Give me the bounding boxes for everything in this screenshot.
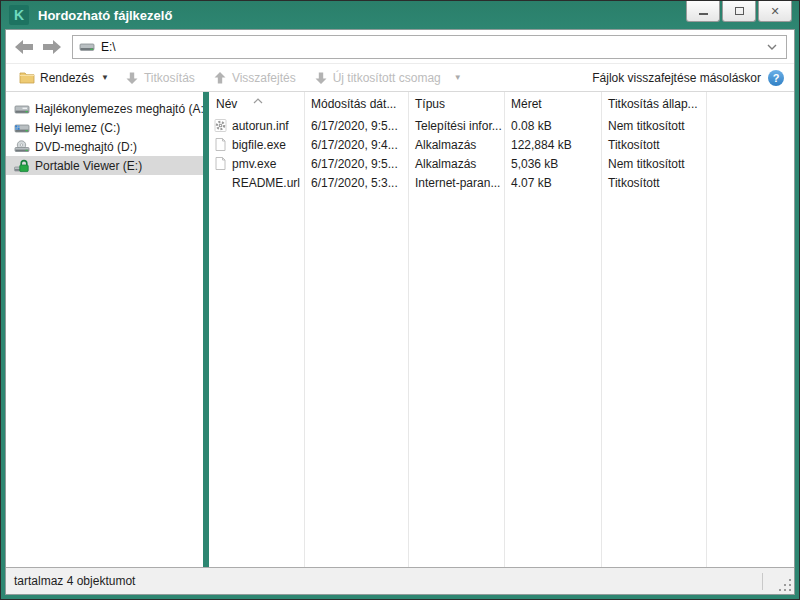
column-separator[interactable]	[706, 92, 707, 567]
folder-icon	[19, 71, 35, 85]
file-name: autorun.inf	[232, 119, 289, 133]
close-button[interactable]: ✕	[758, 1, 792, 22]
column-header-row: Név Módosítás dát... Típus Méret Titkosí…	[209, 92, 794, 116]
dvd-drive-icon	[14, 139, 30, 155]
window-content: E:\ Rendezés ▼ Titkosítás Visszafejtés	[5, 29, 795, 595]
column-header-encryption-status[interactable]: Titkosítás állap...	[601, 92, 706, 116]
address-dropdown-chevron-down-icon[interactable]	[766, 43, 778, 51]
organize-chevron-down-icon: ▼	[101, 73, 109, 82]
maximize-icon	[735, 7, 744, 15]
encrypt-label: Titkosítás	[144, 71, 195, 85]
file-modified: 6/17/2020, 9:5...	[304, 154, 408, 173]
encrypt-button[interactable]: Titkosítás	[120, 68, 200, 88]
navigation-bar: E:\	[6, 30, 794, 63]
sidebar-item-floppy-a[interactable]: Hajlékonylemezes meghajtó (A:)	[6, 99, 203, 118]
sidebar-item-label: Helyi lemez (C:)	[35, 121, 120, 135]
file-type: Telepítési infor...	[408, 116, 504, 135]
exe-file-icon	[212, 156, 228, 172]
file-name: README.url	[232, 176, 300, 190]
file-size: 5,036 kB	[504, 154, 601, 173]
sidebar-item-label: Portable Viewer (E:)	[35, 159, 142, 173]
sidebar-item-label: Hajlékonylemezes meghajtó (A:)	[35, 102, 203, 116]
column-separator[interactable]	[601, 92, 602, 567]
statusbar-divider	[762, 573, 763, 590]
sort-ascending-icon	[253, 93, 263, 107]
column-header-type[interactable]: Típus	[408, 92, 504, 116]
file-encryption-status: Nem titkosított	[601, 154, 706, 173]
file-modified: 6/17/2020, 9:5...	[304, 116, 408, 135]
column-header-modified[interactable]: Módosítás dát...	[304, 92, 408, 116]
back-button[interactable]	[13, 38, 35, 56]
decrypt-button[interactable]: Visszafejtés	[208, 68, 301, 88]
kaspersky-logo-icon: K	[9, 5, 29, 25]
file-encryption-status: Nem titkosított	[601, 116, 706, 135]
address-bar[interactable]: E:\	[72, 35, 787, 59]
status-text: tartalmaz 4 objektumot	[14, 574, 135, 588]
file-name: bigfile.exe	[232, 138, 286, 152]
local-disk-icon	[14, 120, 30, 136]
file-list-panel: Név Módosítás dát... Típus Méret Titkosí…	[209, 92, 794, 567]
column-header-name[interactable]: Név	[209, 92, 304, 116]
drive-icon	[79, 40, 95, 54]
file-modified: 6/17/2020, 5:3...	[304, 173, 408, 192]
inf-file-icon	[212, 118, 228, 134]
status-bar: tartalmaz 4 objektumot	[6, 567, 794, 594]
column-separator[interactable]	[504, 92, 505, 567]
organize-label: Rendezés	[40, 71, 94, 85]
file-encryption-status: Titkosított	[601, 173, 706, 192]
column-separator[interactable]	[304, 92, 305, 567]
back-arrow-icon	[14, 39, 34, 55]
maximize-button[interactable]	[722, 1, 756, 22]
exe-file-icon	[212, 137, 228, 153]
decrypt-on-copy-label: Fájlok visszafejtése másoláskor	[592, 71, 761, 85]
file-encryption-status: Titkosított	[601, 135, 706, 154]
organize-button[interactable]: Rendezés ▼	[14, 68, 114, 88]
file-size: 0.08 kB	[504, 116, 601, 135]
close-icon: ✕	[770, 6, 779, 17]
main-area: Hajlékonylemezes meghajtó (A:) Helyi lem…	[6, 92, 794, 567]
encrypted-drive-icon	[14, 158, 30, 174]
sidebar-item-dvd-d[interactable]: DVD-meghajtó (D:)	[6, 137, 203, 156]
decrypt-on-copy-button[interactable]: Fájlok visszafejtése másoláskor ?	[592, 70, 786, 86]
new-encrypted-package-button[interactable]: Új titkosított csomag ▼	[309, 68, 467, 88]
file-type: Alkalmazás	[408, 135, 504, 154]
address-text[interactable]: E:\	[101, 40, 766, 54]
help-icon[interactable]: ?	[768, 70, 784, 86]
decrypt-label: Visszafejtés	[232, 71, 296, 85]
arrow-down-icon	[125, 71, 139, 85]
titlebar[interactable]: K Hordozható fájlkezelő ✕	[1, 1, 799, 29]
column-header-size[interactable]: Méret	[504, 92, 601, 116]
file-type: Alkalmazás	[408, 154, 504, 173]
forward-arrow-icon	[42, 39, 62, 55]
column-separator[interactable]	[408, 92, 409, 567]
file-modified: 6/17/2020, 9:4...	[304, 135, 408, 154]
sidebar-item-label: DVD-meghajtó (D:)	[35, 140, 137, 154]
file-name: pmv.exe	[232, 157, 276, 171]
app-window: K Hordozható fájlkezelő ✕ E:\	[0, 0, 800, 600]
file-type: Internet-paran...	[408, 173, 504, 192]
arrow-down-icon	[314, 71, 328, 85]
forward-button[interactable]	[41, 38, 63, 56]
resize-grip[interactable]	[779, 579, 791, 591]
floppy-drive-icon	[14, 101, 30, 117]
blank-file-icon	[212, 175, 228, 191]
sidebar-item-local-c[interactable]: Helyi lemez (C:)	[6, 118, 203, 137]
arrow-up-icon	[213, 71, 227, 85]
sidebar-item-portable-e[interactable]: Portable Viewer (E:)	[6, 156, 203, 175]
new-package-chevron-down-icon[interactable]: ▼	[454, 73, 462, 82]
minimize-button[interactable]	[686, 1, 720, 22]
minimize-icon	[699, 13, 708, 15]
file-size: 4.07 kB	[504, 173, 601, 192]
file-size: 122,884 kB	[504, 135, 601, 154]
window-title: Hordozható fájlkezelő	[38, 8, 172, 23]
new-package-label: Új titkosított csomag	[333, 71, 441, 85]
drive-sidebar: Hajlékonylemezes meghajtó (A:) Helyi lem…	[6, 92, 203, 567]
toolbar: Rendezés ▼ Titkosítás Visszafejtés Új ti…	[6, 63, 794, 92]
